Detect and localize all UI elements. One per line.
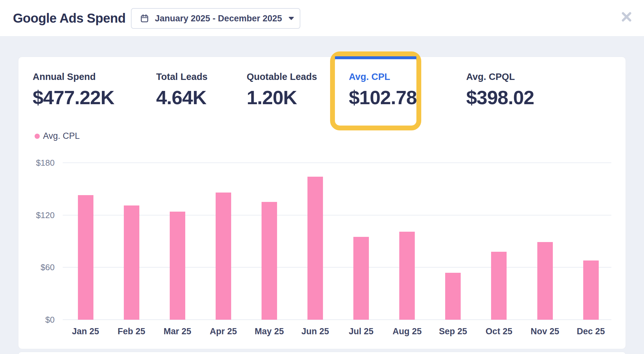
date-range-label: January 2025 - December 2025 bbox=[155, 14, 282, 24]
y-tick-label: $60 bbox=[18, 262, 55, 272]
x-tick-label: Oct 25 bbox=[486, 326, 512, 337]
close-icon[interactable] bbox=[619, 10, 634, 24]
bar-jan-25[interactable] bbox=[78, 195, 93, 320]
header: Google Ads Spend January 2025 - December… bbox=[0, 0, 644, 37]
y-tick-label: $0 bbox=[18, 315, 55, 325]
calendar-icon bbox=[141, 14, 148, 23]
x-tick-label: Mar 25 bbox=[164, 326, 191, 337]
bar-apr-25[interactable] bbox=[216, 193, 231, 320]
x-tick-label: Aug 25 bbox=[392, 326, 422, 337]
bar-sep-25[interactable] bbox=[445, 273, 461, 320]
bar-mar-25[interactable] bbox=[170, 212, 185, 320]
bar-oct-25[interactable] bbox=[491, 252, 507, 320]
x-tick-label: Jan 25 bbox=[72, 326, 99, 337]
page-title: Google Ads Spend bbox=[13, 11, 125, 26]
x-tick-label: Apr 25 bbox=[210, 326, 237, 337]
bar-may-25[interactable] bbox=[262, 202, 277, 320]
x-tick-label: Dec 25 bbox=[577, 326, 605, 337]
gridline bbox=[63, 267, 611, 268]
y-tick-label: $180 bbox=[18, 158, 55, 168]
x-tick-label: Jun 25 bbox=[301, 326, 329, 337]
bar-dec-25[interactable] bbox=[583, 260, 599, 320]
y-tick-label: $120 bbox=[18, 210, 55, 220]
chevron-down-icon bbox=[288, 17, 294, 20]
bar-feb-25[interactable] bbox=[124, 205, 139, 320]
x-tick-label: Nov 25 bbox=[531, 326, 559, 337]
gridline bbox=[63, 215, 611, 216]
avg-cpl-bar-chart: $0$60$120$180Jan 25Feb 25Mar 25Apr 25May… bbox=[18, 57, 626, 349]
date-range-picker[interactable]: January 2025 - December 2025 bbox=[131, 8, 300, 29]
x-tick-label: Sep 25 bbox=[439, 326, 467, 337]
x-tick-label: Jul 25 bbox=[349, 326, 374, 337]
x-tick-label: Feb 25 bbox=[118, 326, 145, 337]
bar-nov-25[interactable] bbox=[537, 242, 553, 320]
bar-jul-25[interactable] bbox=[353, 237, 369, 320]
next-card-edge bbox=[18, 352, 626, 354]
bar-aug-25[interactable] bbox=[399, 232, 415, 320]
bar-jun-25[interactable] bbox=[307, 177, 323, 320]
gridline bbox=[63, 319, 611, 320]
gridline bbox=[63, 162, 611, 163]
stats-card: Annual Spend $477.22K Total Leads 4.64K … bbox=[18, 57, 626, 349]
x-tick-label: May 25 bbox=[255, 326, 284, 337]
